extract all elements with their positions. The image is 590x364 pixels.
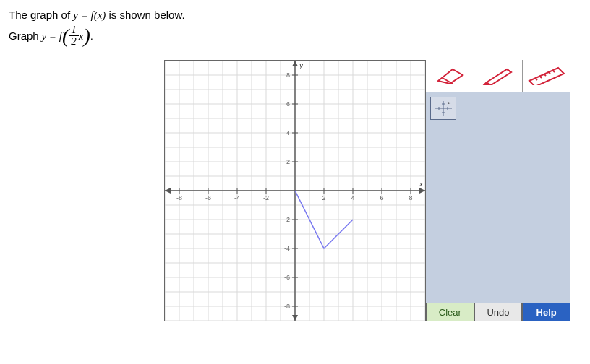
- point-mode-button[interactable]: ×: [430, 97, 456, 120]
- problem-line-1: The graph of y = f(x) is shown below.: [9, 6, 581, 25]
- undo-button[interactable]: Undo: [474, 303, 523, 321]
- svg-text:x: x: [419, 179, 423, 188]
- tool-row: [426, 60, 570, 92]
- svg-line-79: [535, 78, 537, 80]
- svg-text:-2: -2: [284, 216, 290, 223]
- svg-text:4: 4: [286, 129, 290, 136]
- svg-text:-8: -8: [176, 194, 182, 202]
- svg-text:-6: -6: [205, 194, 211, 202]
- ruler-tool[interactable]: [523, 60, 570, 92]
- text: Graph: [9, 27, 39, 46]
- fraction-denominator: 2: [69, 36, 79, 47]
- clear-button[interactable]: Clear: [426, 303, 474, 321]
- text: .: [90, 27, 93, 46]
- problem-line-2: Graph y = f ( 1 2 x ) .: [9, 25, 581, 47]
- text: is shown below.: [109, 9, 185, 21]
- svg-marker-41: [165, 188, 171, 194]
- mode-row: ×: [426, 92, 570, 124]
- svg-text:-2: -2: [263, 194, 269, 202]
- equation-task: y = f ( 1 2 x ): [39, 25, 90, 47]
- svg-marker-43: [292, 315, 298, 321]
- tool-panel: × Clear Undo Help: [426, 60, 570, 321]
- svg-text:y: y: [299, 61, 303, 69]
- coordinate-grid[interactable]: -8-6-4-22468-8-6-4-22468xy: [165, 61, 425, 321]
- text: The graph of: [9, 9, 73, 21]
- svg-text:×: ×: [448, 100, 451, 106]
- svg-text:6: 6: [380, 194, 383, 202]
- equation-given: y = f(x): [73, 9, 106, 21]
- svg-text:-4: -4: [284, 245, 290, 252]
- problem-statement: The graph of y = f(x) is shown below. Gr…: [9, 6, 581, 47]
- graph-canvas[interactable]: -8-6-4-22468-8-6-4-22468xy: [164, 60, 426, 321]
- svg-text:4: 4: [351, 194, 354, 202]
- svg-text:8: 8: [286, 72, 290, 79]
- action-row: Clear Undo Help: [426, 303, 570, 321]
- svg-text:6: 6: [286, 100, 290, 108]
- svg-text:8: 8: [409, 194, 412, 202]
- work-area: -8-6-4-22468-8-6-4-22468xy: [164, 60, 581, 321]
- svg-marker-42: [292, 61, 298, 66]
- svg-text:-6: -6: [284, 274, 290, 281]
- pencil-tool[interactable]: [474, 60, 523, 92]
- svg-text:2: 2: [322, 194, 325, 202]
- svg-line-78: [507, 69, 511, 72]
- svg-marker-40: [419, 188, 425, 194]
- svg-text:-8: -8: [284, 303, 290, 310]
- eraser-tool[interactable]: [426, 60, 474, 92]
- tool-panel-filler: [426, 124, 570, 303]
- fraction-numerator: 1: [69, 25, 79, 36]
- svg-text:2: 2: [286, 158, 290, 165]
- svg-text:-4: -4: [234, 194, 240, 202]
- help-button[interactable]: Help: [522, 303, 570, 321]
